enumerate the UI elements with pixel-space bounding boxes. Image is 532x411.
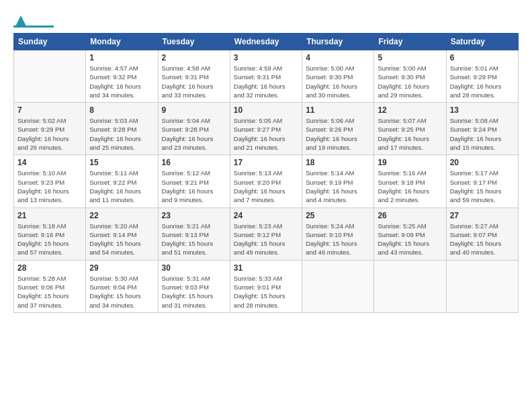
weekday-header-saturday: Saturday [446, 34, 518, 50]
day-number: 27 [450, 211, 515, 220]
calendar-cell: 10Sunrise: 5:05 AM Sunset: 9:27 PM Dayli… [230, 103, 302, 155]
calendar-cell: 18Sunrise: 5:14 AM Sunset: 9:19 PM Dayli… [302, 155, 374, 208]
day-number: 20 [450, 158, 515, 167]
day-number: 9 [162, 105, 226, 115]
calendar-cell: 23Sunrise: 5:21 AM Sunset: 9:13 PM Dayli… [158, 208, 230, 260]
calendar-cell: 17Sunrise: 5:13 AM Sunset: 9:20 PM Dayli… [230, 155, 302, 208]
day-info: Sunrise: 5:14 AM Sunset: 9:19 PM Dayligh… [306, 169, 370, 204]
calendar-cell [374, 260, 446, 312]
calendar-cell [302, 260, 374, 312]
day-number: 8 [89, 105, 154, 115]
day-info: Sunrise: 5:30 AM Sunset: 9:04 PM Dayligh… [89, 274, 154, 310]
weekday-header-monday: Monday [86, 34, 158, 50]
day-number: 26 [378, 211, 442, 220]
calendar-cell: 11Sunrise: 5:06 AM Sunset: 9:26 PM Dayli… [302, 103, 374, 155]
day-number: 16 [162, 158, 226, 167]
day-info: Sunrise: 5:06 AM Sunset: 9:26 PM Dayligh… [306, 116, 370, 152]
day-number: 10 [234, 105, 298, 115]
day-number: 6 [450, 53, 515, 62]
calendar-cell [14, 50, 86, 103]
calendar-cell: 2Sunrise: 4:58 AM Sunset: 9:31 PM Daylig… [158, 50, 230, 103]
day-info: Sunrise: 5:17 AM Sunset: 9:17 PM Dayligh… [450, 169, 515, 204]
day-info: Sunrise: 5:00 AM Sunset: 9:30 PM Dayligh… [306, 64, 370, 99]
calendar-cell: 9Sunrise: 5:04 AM Sunset: 9:28 PM Daylig… [158, 103, 230, 155]
week-row-4: 21Sunrise: 5:18 AM Sunset: 9:16 PM Dayli… [14, 208, 519, 260]
day-number: 15 [89, 158, 154, 167]
week-row-5: 28Sunrise: 5:28 AM Sunset: 9:06 PM Dayli… [14, 260, 519, 312]
day-info: Sunrise: 5:23 AM Sunset: 9:12 PM Dayligh… [234, 222, 298, 257]
day-number: 22 [89, 211, 154, 220]
calendar-cell: 3Sunrise: 4:59 AM Sunset: 9:31 PM Daylig… [230, 50, 302, 103]
day-number: 19 [378, 158, 442, 167]
day-info: Sunrise: 5:13 AM Sunset: 9:20 PM Dayligh… [234, 169, 298, 204]
calendar-cell: 22Sunrise: 5:20 AM Sunset: 9:14 PM Dayli… [86, 208, 158, 260]
day-info: Sunrise: 5:04 AM Sunset: 9:28 PM Dayligh… [162, 116, 226, 152]
day-info: Sunrise: 4:57 AM Sunset: 9:32 PM Dayligh… [89, 64, 154, 99]
day-info: Sunrise: 4:59 AM Sunset: 9:31 PM Dayligh… [234, 64, 298, 99]
day-info: Sunrise: 5:05 AM Sunset: 9:27 PM Dayligh… [234, 116, 298, 152]
day-number: 24 [234, 211, 298, 220]
day-number: 11 [306, 105, 370, 115]
svg-marker-0 [15, 15, 26, 26]
day-number: 3 [234, 53, 298, 62]
day-info: Sunrise: 5:31 AM Sunset: 9:03 PM Dayligh… [162, 274, 226, 310]
calendar-cell: 25Sunrise: 5:24 AM Sunset: 9:10 PM Dayli… [302, 208, 374, 260]
day-number: 25 [306, 211, 370, 220]
page: SundayMondayTuesdayWednesdayThursdayFrid… [0, 0, 532, 320]
day-info: Sunrise: 5:12 AM Sunset: 9:21 PM Dayligh… [162, 169, 226, 204]
logo [13, 11, 54, 28]
day-info: Sunrise: 5:08 AM Sunset: 9:24 PM Dayligh… [450, 116, 515, 152]
day-number: 28 [17, 263, 82, 273]
day-info: Sunrise: 5:24 AM Sunset: 9:10 PM Dayligh… [306, 222, 370, 257]
calendar-cell: 13Sunrise: 5:08 AM Sunset: 9:24 PM Dayli… [446, 103, 518, 155]
calendar-cell: 1Sunrise: 4:57 AM Sunset: 9:32 PM Daylig… [86, 50, 158, 103]
day-number: 14 [17, 158, 82, 167]
week-row-2: 7Sunrise: 5:02 AM Sunset: 9:29 PM Daylig… [14, 103, 519, 155]
day-info: Sunrise: 5:11 AM Sunset: 9:22 PM Dayligh… [89, 169, 154, 204]
day-number: 2 [162, 53, 226, 62]
calendar-cell: 7Sunrise: 5:02 AM Sunset: 9:29 PM Daylig… [14, 103, 86, 155]
day-info: Sunrise: 5:27 AM Sunset: 9:07 PM Dayligh… [450, 222, 515, 257]
day-number: 7 [17, 105, 82, 115]
day-number: 5 [378, 53, 442, 62]
calendar-cell: 8Sunrise: 5:03 AM Sunset: 9:28 PM Daylig… [86, 103, 158, 155]
day-number: 21 [17, 211, 82, 220]
day-info: Sunrise: 5:18 AM Sunset: 9:16 PM Dayligh… [17, 222, 82, 257]
day-number: 18 [306, 158, 370, 167]
day-info: Sunrise: 5:03 AM Sunset: 9:28 PM Dayligh… [89, 116, 154, 152]
day-info: Sunrise: 5:01 AM Sunset: 9:29 PM Dayligh… [450, 64, 515, 99]
calendar-cell: 30Sunrise: 5:31 AM Sunset: 9:03 PM Dayli… [158, 260, 230, 312]
calendar-cell: 28Sunrise: 5:28 AM Sunset: 9:06 PM Dayli… [14, 260, 86, 312]
day-info: Sunrise: 5:00 AM Sunset: 9:30 PM Dayligh… [378, 64, 442, 99]
day-number: 23 [162, 211, 226, 220]
calendar-cell: 29Sunrise: 5:30 AM Sunset: 9:04 PM Dayli… [86, 260, 158, 312]
calendar-cell: 21Sunrise: 5:18 AM Sunset: 9:16 PM Dayli… [14, 208, 86, 260]
day-info: Sunrise: 5:02 AM Sunset: 9:29 PM Dayligh… [17, 116, 82, 152]
day-number: 13 [450, 105, 515, 115]
day-number: 31 [234, 263, 298, 273]
weekday-header-wednesday: Wednesday [230, 34, 302, 50]
calendar-cell: 5Sunrise: 5:00 AM Sunset: 9:30 PM Daylig… [374, 50, 446, 103]
weekday-header-thursday: Thursday [302, 34, 374, 50]
calendar-cell: 19Sunrise: 5:16 AM Sunset: 9:18 PM Dayli… [374, 155, 446, 208]
day-number: 12 [378, 105, 442, 115]
calendar-cell: 6Sunrise: 5:01 AM Sunset: 9:29 PM Daylig… [446, 50, 518, 103]
weekday-header-row: SundayMondayTuesdayWednesdayThursdayFrid… [14, 34, 519, 50]
day-info: Sunrise: 5:25 AM Sunset: 9:09 PM Dayligh… [378, 222, 442, 257]
day-info: Sunrise: 5:21 AM Sunset: 9:13 PM Dayligh… [162, 222, 226, 257]
day-info: Sunrise: 5:28 AM Sunset: 9:06 PM Dayligh… [17, 274, 82, 310]
calendar-cell: 14Sunrise: 5:10 AM Sunset: 9:23 PM Dayli… [14, 155, 86, 208]
day-info: Sunrise: 5:20 AM Sunset: 9:14 PM Dayligh… [89, 222, 154, 257]
day-number: 17 [234, 158, 298, 167]
weekday-header-sunday: Sunday [14, 34, 86, 50]
calendar-cell [446, 260, 518, 312]
day-info: Sunrise: 4:58 AM Sunset: 9:31 PM Dayligh… [162, 64, 226, 99]
day-info: Sunrise: 5:33 AM Sunset: 9:01 PM Dayligh… [234, 274, 298, 310]
header-section [13, 11, 519, 28]
calendar-cell: 27Sunrise: 5:27 AM Sunset: 9:07 PM Dayli… [446, 208, 518, 260]
weekday-header-friday: Friday [374, 34, 446, 50]
week-row-1: 1Sunrise: 4:57 AM Sunset: 9:32 PM Daylig… [14, 50, 519, 103]
calendar-cell: 15Sunrise: 5:11 AM Sunset: 9:22 PM Dayli… [86, 155, 158, 208]
day-number: 30 [162, 263, 226, 273]
week-row-3: 14Sunrise: 5:10 AM Sunset: 9:23 PM Dayli… [14, 155, 519, 208]
